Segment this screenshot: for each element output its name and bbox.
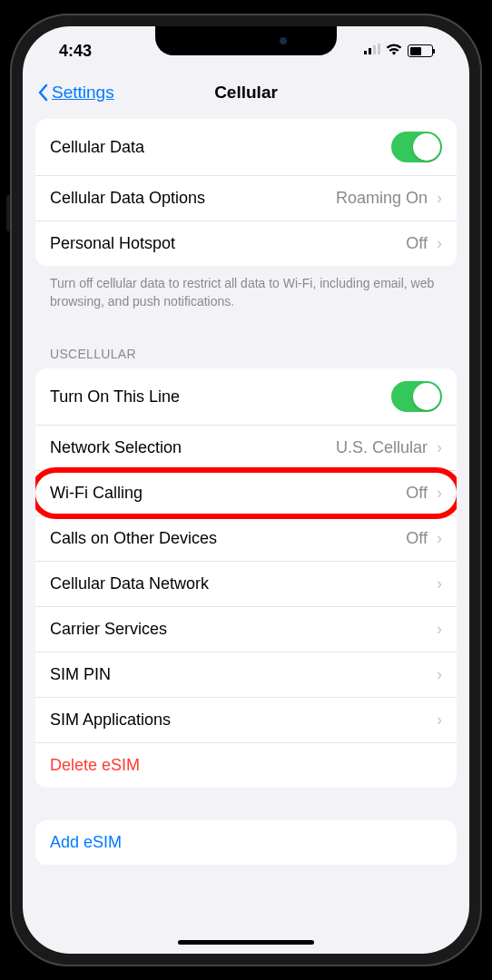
group1-footer: Turn off cellular data to restrict all d… bbox=[35, 266, 457, 327]
phone-frame: 4:43 Settings Cellular Cellular D bbox=[10, 14, 482, 966]
screen: 4:43 Settings Cellular Cellular D bbox=[23, 26, 469, 954]
network-selection-row[interactable]: Network Selection U.S. Cellular › bbox=[35, 426, 457, 471]
svg-rect-0 bbox=[364, 51, 367, 54]
chevron-right-icon: › bbox=[437, 574, 442, 593]
chevron-right-icon: › bbox=[437, 529, 442, 548]
page-title: Cellular bbox=[214, 83, 278, 103]
network-selection-label: Network Selection bbox=[50, 438, 336, 457]
chevron-right-icon: › bbox=[437, 189, 442, 208]
content: Cellular Data Cellular Data Options Roam… bbox=[23, 119, 469, 865]
sim-pin-row[interactable]: SIM PIN › bbox=[35, 652, 457, 698]
settings-group-1: Cellular Data Cellular Data Options Roam… bbox=[35, 119, 457, 266]
nav-bar: Settings Cellular bbox=[23, 72, 469, 119]
status-time: 4:43 bbox=[59, 42, 92, 61]
sim-pin-label: SIM PIN bbox=[50, 665, 437, 684]
hotspot-value: Off bbox=[406, 234, 428, 253]
hotspot-label: Personal Hotspot bbox=[50, 234, 406, 253]
settings-group-2: Turn On This Line Network Selection U.S.… bbox=[35, 368, 457, 788]
cellular-data-label: Cellular Data bbox=[50, 138, 391, 157]
status-icons bbox=[364, 43, 433, 59]
cellular-data-row[interactable]: Cellular Data bbox=[35, 119, 457, 176]
cellular-data-options-row[interactable]: Cellular Data Options Roaming On › bbox=[35, 176, 457, 221]
chevron-right-icon: › bbox=[437, 710, 442, 730]
chevron-left-icon bbox=[37, 83, 48, 102]
section-header-carrier: USCELLULAR bbox=[35, 327, 457, 368]
sim-apps-label: SIM Applications bbox=[50, 710, 437, 730]
delete-esim-label: Delete eSIM bbox=[50, 756, 442, 775]
wifi-icon bbox=[386, 43, 402, 59]
carrier-services-label: Carrier Services bbox=[50, 620, 437, 639]
chevron-right-icon: › bbox=[437, 620, 442, 639]
svg-rect-2 bbox=[373, 45, 376, 54]
sim-applications-row[interactable]: SIM Applications › bbox=[35, 698, 457, 743]
calls-other-value: Off bbox=[406, 529, 428, 548]
turn-on-line-row[interactable]: Turn On This Line bbox=[35, 368, 457, 426]
turn-on-toggle[interactable] bbox=[391, 381, 442, 412]
cellular-data-toggle[interactable] bbox=[391, 132, 442, 162]
delete-esim-row[interactable]: Delete eSIM bbox=[35, 743, 457, 788]
wifi-calling-label: Wi-Fi Calling bbox=[50, 484, 406, 503]
wifi-calling-value: Off bbox=[406, 484, 428, 503]
network-selection-value: U.S. Cellular bbox=[336, 438, 428, 457]
turn-on-label: Turn On This Line bbox=[50, 387, 391, 407]
cellular-options-label: Cellular Data Options bbox=[50, 189, 336, 208]
add-esim-label: Add eSIM bbox=[50, 833, 442, 852]
chevron-right-icon: › bbox=[437, 484, 442, 503]
back-button[interactable]: Settings bbox=[37, 83, 114, 103]
svg-rect-1 bbox=[369, 48, 371, 54]
svg-rect-3 bbox=[378, 44, 380, 54]
add-esim-row[interactable]: Add eSIM bbox=[35, 820, 457, 865]
cellular-signal-icon bbox=[364, 43, 380, 59]
cellular-data-network-row[interactable]: Cellular Data Network › bbox=[35, 562, 457, 607]
carrier-services-row[interactable]: Carrier Services › bbox=[35, 607, 457, 652]
home-indicator[interactable] bbox=[178, 940, 314, 945]
calls-other-devices-row[interactable]: Calls on Other Devices Off › bbox=[35, 516, 457, 562]
data-network-label: Cellular Data Network bbox=[50, 574, 437, 593]
wifi-calling-row[interactable]: Wi-Fi Calling Off › bbox=[35, 471, 457, 516]
battery-icon bbox=[408, 44, 433, 57]
chevron-right-icon: › bbox=[437, 234, 442, 253]
settings-group-3: Add eSIM bbox=[35, 820, 457, 865]
chevron-right-icon: › bbox=[437, 665, 442, 684]
calls-other-label: Calls on Other Devices bbox=[50, 529, 406, 548]
personal-hotspot-row[interactable]: Personal Hotspot Off › bbox=[35, 221, 457, 266]
back-label: Settings bbox=[52, 83, 114, 103]
notch bbox=[155, 26, 337, 55]
chevron-right-icon: › bbox=[437, 438, 442, 457]
cellular-options-value: Roaming On bbox=[336, 189, 428, 208]
